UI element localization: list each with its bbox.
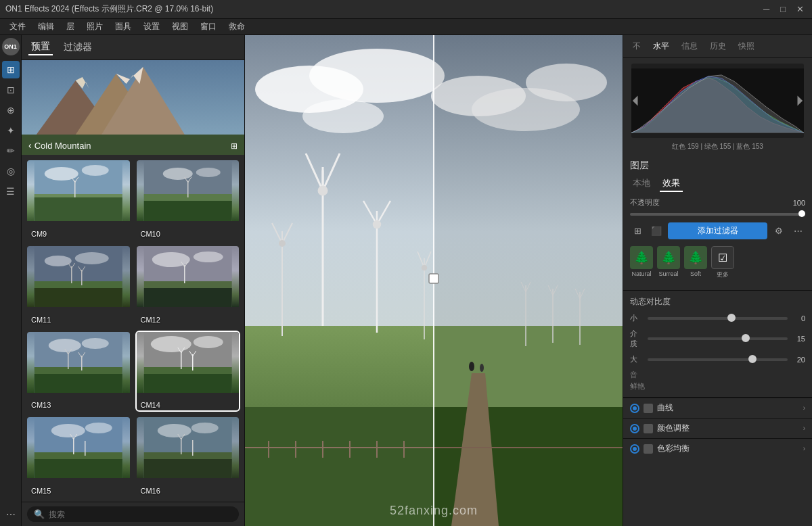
healing-tool[interactable]: ◎: [2, 162, 20, 180]
window-buttons: ─ □ ✕: [761, 4, 807, 14]
svg-rect-9: [35, 197, 122, 221]
dc-small-slider[interactable]: [648, 317, 788, 320]
preset-thumb-cm10: [137, 160, 240, 221]
curves-eye: [644, 404, 653, 413]
preset-label-cm15: CM15: [31, 487, 51, 495]
color-balance-arrow-icon: ›: [803, 445, 805, 452]
menu-mask[interactable]: 面具: [110, 20, 137, 34]
preset-item-cm12[interactable]: CM12: [135, 245, 241, 327]
menu-help[interactable]: 救命: [223, 20, 250, 34]
preset-item-cm11[interactable]: CM11: [26, 245, 131, 327]
dc-large-slider[interactable]: [648, 358, 788, 361]
preset-item-cm16[interactable]: CM16: [135, 416, 241, 498]
left-toolbar: ON1 ⊞ ⊡ ⊕ ✦ ✏ ◎ ☰ ⋯: [0, 35, 22, 526]
histogram-values: 红色 159 | 绿色 155 | 蓝色 153: [627, 141, 808, 153]
cm10-thumb-svg: [137, 160, 240, 221]
crop-tool[interactable]: ⊡: [2, 81, 20, 99]
preset-item-cm10[interactable]: CM10: [135, 159, 241, 241]
preset-item-cm15[interactable]: CM15: [26, 416, 131, 498]
preset-item-cm14[interactable]: CM14: [135, 331, 241, 412]
minimize-button[interactable]: ─: [761, 4, 772, 14]
htab-inactive[interactable]: 不: [630, 39, 644, 53]
curves-section[interactable]: 曲线 ›: [623, 398, 812, 418]
dc-vivid-label: 鲜艳: [630, 381, 645, 391]
search-input[interactable]: [49, 510, 232, 519]
dc-small-value: 0: [792, 314, 805, 322]
dc-medium-label: 介质: [630, 329, 644, 349]
color-adjust-section[interactable]: 颜色调整 ›: [623, 418, 812, 438]
preset-thumb-cm9: [27, 160, 130, 221]
cm12-thumb-svg: [137, 246, 240, 307]
banner-title-bar: ‹ Cold Mountain: [28, 140, 91, 151]
opacity-slider[interactable]: [630, 213, 805, 216]
menu-settings[interactable]: 设置: [138, 20, 165, 34]
svg-point-46: [82, 338, 109, 349]
ltab-local[interactable]: 本地: [630, 176, 653, 192]
tab-presets[interactable]: 预置: [28, 39, 53, 55]
svg-point-86: [309, 49, 445, 103]
retouch-tool[interactable]: ✦: [2, 122, 20, 139]
menu-window[interactable]: 窗口: [195, 20, 222, 34]
preset-label-cm16: CM16: [141, 487, 160, 495]
menu-file[interactable]: 文件: [4, 20, 31, 34]
dc-medium-slider[interactable]: [648, 337, 788, 340]
banner-preset-name: Cold Mountain: [35, 141, 91, 151]
menu-edit[interactable]: 编辑: [32, 20, 60, 34]
more-tool[interactable]: ⋯: [2, 506, 20, 523]
app-title: ON1 Effects 2024 (Effects 示例照片.CR2 @ 17.…: [5, 3, 213, 15]
svg-point-56: [150, 336, 191, 352]
filter-more[interactable]: ☑ 更多: [711, 246, 734, 279]
filter-presets-row: 🌲 Natural 🌲 Surreal 🌲 Soft ☑ 更多: [630, 246, 805, 279]
back-arrow-icon[interactable]: ‹: [28, 140, 32, 151]
grid-view-icon[interactable]: ⊞: [231, 141, 238, 151]
cm15-thumb-svg: [27, 417, 130, 478]
cm16-thumb-svg: [137, 417, 240, 478]
htab-snapshot[interactable]: 快照: [736, 39, 757, 53]
layer-mask-icon[interactable]: ⬛: [649, 224, 664, 239]
menu-layer[interactable]: 层: [61, 20, 80, 34]
svg-point-76: [157, 424, 191, 437]
menu-view[interactable]: 视图: [166, 20, 194, 34]
brush-tool[interactable]: ✏: [2, 142, 20, 160]
dc-medium-value: 15: [792, 335, 805, 343]
adjustment-tool[interactable]: ☰: [2, 183, 20, 200]
maximize-button[interactable]: □: [777, 4, 788, 14]
presets-panel: 预置 过滤器: [22, 35, 245, 526]
add-filter-button[interactable]: 添加过滤器: [668, 222, 767, 239]
svg-point-77: [191, 423, 218, 433]
htab-info[interactable]: 信息: [679, 39, 700, 53]
svg-point-173: [480, 364, 484, 372]
preset-thumb-cm13: [27, 332, 130, 393]
dc-medium-row: 介质 15: [630, 329, 805, 349]
right-content: 图层 本地 效果 不透明度 100 ⊞ ⬛: [623, 156, 812, 526]
color-balance-section[interactable]: 色彩均衡 ›: [623, 438, 812, 458]
filter-surreal[interactable]: 🌲 Surreal: [657, 246, 680, 279]
ltab-effects[interactable]: 效果: [660, 176, 683, 192]
preset-item-cm13[interactable]: CM13: [26, 331, 131, 412]
more-filter-icon: ☑: [711, 246, 734, 269]
tab-filters[interactable]: 过滤器: [61, 40, 95, 55]
svg-point-45: [49, 339, 81, 352]
preset-label-cm13: CM13: [31, 401, 51, 409]
htab-levels[interactable]: 水平: [650, 39, 672, 53]
presets-tool[interactable]: ⊞: [2, 61, 20, 78]
dc-title: 动态对比度: [630, 296, 805, 308]
preset-thumb-cm15: [27, 417, 130, 478]
transform-tool[interactable]: ⊕: [2, 101, 20, 119]
photo-canvas: 52fanxing.com: [245, 35, 623, 526]
preset-item-cm9[interactable]: CM9: [26, 159, 131, 241]
menu-photo[interactable]: 照片: [81, 20, 108, 34]
app-logo: ON1: [2, 38, 20, 55]
layer-more-icon[interactable]: ⋯: [790, 224, 805, 239]
preset-thumb-cm14: [137, 332, 240, 393]
close-button[interactable]: ✕: [794, 4, 807, 14]
svg-point-10: [45, 167, 78, 181]
layer-copy-icon[interactable]: ⊞: [630, 224, 645, 239]
color-balance-label: 色彩均衡: [657, 443, 799, 454]
htab-history[interactable]: 历史: [707, 39, 729, 53]
color-balance-eye: [644, 444, 653, 454]
color-adjust-eye: [644, 424, 653, 433]
filter-natural[interactable]: 🌲 Natural: [630, 246, 653, 279]
filter-soft[interactable]: 🌲 Soft: [684, 246, 707, 279]
layer-settings-icon[interactable]: ⚙: [771, 224, 786, 239]
